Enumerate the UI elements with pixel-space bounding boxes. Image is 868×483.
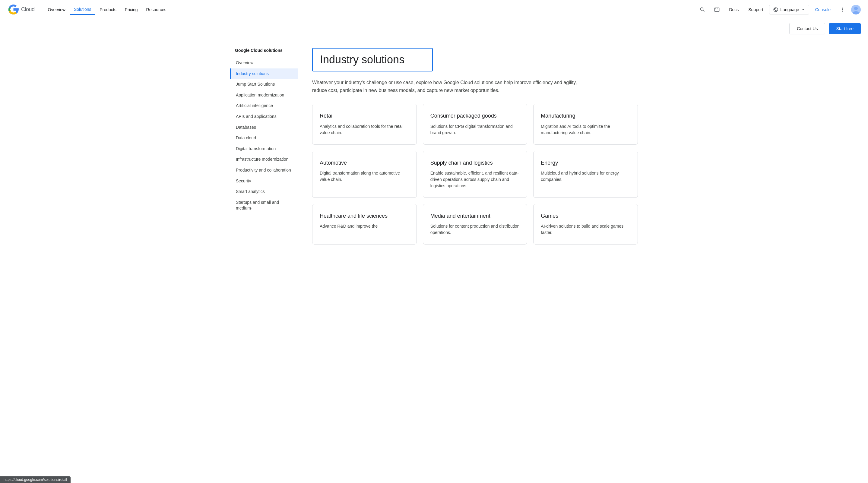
card-cpg[interactable]: Consumer packaged goods Solutions for CP… [423,104,527,144]
action-bar: Contact Us Start free [0,19,868,38]
card-manufacturing[interactable]: Manufacturing Migration and AI tools to … [533,104,638,144]
card-title-retail: Retail [320,112,409,119]
card-desc-manufacturing: Migration and AI tools to optimize the m… [541,123,630,136]
card-title-media: Media and entertainment [430,213,520,220]
card-desc-healthcare: Advance R&D and improve the [320,223,409,229]
top-nav: Cloud Overview Solutions Products Pricin… [0,0,868,19]
google-g-icon [7,4,19,16]
card-media[interactable]: Media and entertainment Solutions for co… [423,204,527,245]
sidebar-title: Google Cloud solutions [230,48,298,53]
card-desc-retail: Analytics and collaboration tools for th… [320,123,409,136]
card-desc-energy: Multicloud and hybrid solutions for ener… [541,170,630,183]
sidebar-item-industry[interactable]: Industry solutions [230,68,298,79]
more-vert-icon [840,7,846,13]
sidebar-item-jumpstart[interactable]: Jump Start Solutions [230,79,298,90]
sidebar-item-digitaltransform[interactable]: Digital transformation [230,143,298,154]
avatar[interactable] [851,5,861,14]
card-retail[interactable]: Retail Analytics and collaboration tools… [312,104,417,144]
support-link[interactable]: Support [745,5,767,14]
more-options-button[interactable] [837,4,849,16]
page-title: Industry solutions [320,53,425,66]
page-description: Whatever your industry's challenge or us… [312,79,584,94]
start-free-button[interactable]: Start free [829,23,861,34]
card-title-healthcare: Healthcare and life sciences [320,213,409,220]
card-title-automotive: Automotive [320,160,409,166]
card-title-manufacturing: Manufacturing [541,112,630,119]
nav-resources[interactable]: Resources [143,5,170,14]
sidebar-item-security[interactable]: Security [230,176,298,187]
card-desc-automotive: Digital transformation along the automot… [320,170,409,183]
terminal-icon [714,7,720,13]
page-title-box: Industry solutions [312,48,433,71]
sidebar-item-apis[interactable]: APIs and applications [230,111,298,122]
card-desc-supplychain: Enable sustainable, efficient, and resil… [430,170,520,189]
sidebar-item-appmod[interactable]: Application modernization [230,90,298,101]
card-automotive[interactable]: Automotive Digital transformation along … [312,151,417,198]
sidebar-item-datacloud[interactable]: Data cloud [230,133,298,143]
sidebar-item-smartanalytics[interactable]: Smart analytics [230,186,298,197]
card-desc-cpg: Solutions for CPG digital transformation… [430,123,520,136]
sidebar: Google Cloud solutions Overview Industry… [230,38,303,254]
docs-link[interactable]: Docs [725,5,742,14]
language-button[interactable]: Language [769,5,809,14]
svg-point-1 [854,7,858,10]
card-supplychain[interactable]: Supply chain and logistics Enable sustai… [423,151,527,198]
search-icon [700,7,706,13]
main-content: Industry solutions Whatever your industr… [303,38,638,254]
card-title-cpg: Consumer packaged goods [430,112,520,119]
search-button[interactable] [696,4,709,16]
sidebar-item-inframod[interactable]: Infrastructure modernization [230,154,298,165]
logo-cloud-text: Cloud [21,6,35,13]
nav-links: Overview Solutions Products Pricing Reso… [44,4,697,15]
google-cloud-logo[interactable]: Cloud [7,4,35,16]
avatar-image [851,5,861,14]
sidebar-item-overview[interactable]: Overview [230,58,298,68]
sidebar-item-productivity[interactable]: Productivity and collaboration [230,165,298,176]
terminal-button[interactable] [711,4,723,16]
card-desc-games: AI-driven solutions to build and scale g… [541,223,630,236]
nav-right: Docs Support Language Console [696,4,861,16]
cards-grid: Retail Analytics and collaboration tools… [312,104,638,245]
card-games[interactable]: Games AI-driven solutions to build and s… [533,204,638,245]
sidebar-item-startups[interactable]: Startups and small and medium- [230,197,298,214]
language-label: Language [780,7,799,12]
card-title-games: Games [541,213,630,220]
card-title-energy: Energy [541,160,630,166]
sidebar-item-ai[interactable]: Artificial intelligence [230,100,298,111]
chevron-down-icon [801,7,805,12]
card-title-supplychain: Supply chain and logistics [430,160,520,166]
globe-icon [773,7,778,12]
contact-us-button[interactable]: Contact Us [789,23,825,34]
card-desc-media: Solutions for content production and dis… [430,223,520,236]
console-link[interactable]: Console [812,5,834,14]
nav-solutions[interactable]: Solutions [70,4,95,15]
nav-pricing[interactable]: Pricing [121,5,142,14]
card-energy[interactable]: Energy Multicloud and hybrid solutions f… [533,151,638,198]
card-healthcare[interactable]: Healthcare and life sciences Advance R&D… [312,204,417,245]
sidebar-item-databases[interactable]: Databases [230,122,298,133]
nav-overview[interactable]: Overview [44,5,69,14]
nav-products[interactable]: Products [96,5,120,14]
main-container: Google Cloud solutions Overview Industry… [223,38,645,254]
